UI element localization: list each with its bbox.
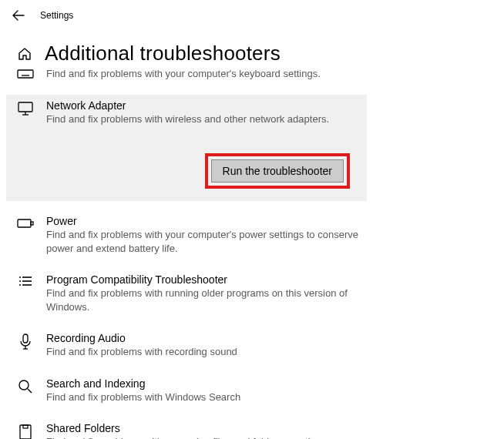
troubleshooter-network-adapter[interactable]: Network Adapter Find and fix problems wi… — [6, 95, 367, 202]
troubleshooter-power[interactable]: Power Find and fix problems with your co… — [6, 210, 498, 261]
run-troubleshooter-button[interactable]: Run the troubleshooter — [211, 159, 344, 183]
troubleshooter-compatibility[interactable]: Program Compatibility Troubleshooter Fin… — [6, 269, 498, 320]
troubleshooter-shared-folders[interactable]: Shared Folders Find and fix problems wit… — [6, 417, 498, 439]
troubleshooter-keyboard[interactable]: Find and fix problems with your computer… — [6, 67, 498, 87]
item-title: Program Compatibility Troubleshooter — [46, 273, 489, 286]
search-icon — [17, 377, 34, 404]
svg-rect-13 — [23, 334, 28, 343]
item-description: Find and fix problems with recording sou… — [46, 345, 370, 359]
item-description: Find and fix problems with wireless and … — [46, 112, 358, 126]
back-button[interactable] — [11, 8, 26, 23]
troubleshooter-search-indexing[interactable]: Search and Indexing Find and fix problem… — [6, 373, 498, 411]
item-description: Find and fix problems with Windows Searc… — [46, 390, 370, 404]
microphone-icon — [17, 332, 34, 359]
run-row: Run the troubleshooter — [17, 138, 358, 189]
home-icon[interactable] — [17, 46, 32, 62]
svg-point-16 — [19, 380, 29, 390]
list-icon — [17, 273, 34, 313]
item-title: Power — [46, 215, 489, 227]
page-content: Additional troubleshooters Find and fix … — [0, 28, 504, 439]
arrow-left-icon — [12, 9, 25, 22]
svg-rect-0 — [18, 70, 33, 78]
svg-rect-5 — [18, 220, 31, 227]
svg-rect-2 — [18, 102, 32, 112]
item-description: Find and fix problems with your computer… — [46, 67, 370, 81]
item-title: Recording Audio — [46, 332, 489, 344]
svg-rect-18 — [20, 425, 31, 439]
title-row: Additional troubleshooters — [6, 28, 498, 69]
window-header: Settings — [0, 0, 504, 28]
svg-rect-6 — [31, 222, 33, 225]
troubleshooter-list: Find and fix problems with your computer… — [6, 67, 498, 439]
item-description: Find and fix problems with accessing fil… — [46, 435, 370, 439]
keyboard-icon — [17, 67, 34, 81]
folder-icon — [17, 422, 34, 439]
svg-rect-19 — [23, 425, 28, 428]
page-title: Additional troubleshooters — [45, 42, 281, 65]
window-title: Settings — [40, 10, 73, 21]
svg-line-17 — [28, 389, 32, 393]
item-title: Search and Indexing — [46, 377, 489, 390]
troubleshooter-recording-audio[interactable]: Recording Audio Find and fix problems wi… — [6, 327, 498, 365]
run-highlight: Run the troubleshooter — [205, 153, 350, 189]
power-icon — [17, 215, 34, 255]
item-description: Find and fix problems with running older… — [46, 287, 370, 313]
item-title: Network Adapter — [46, 99, 358, 112]
item-title: Shared Folders — [46, 422, 489, 434]
monitor-icon — [17, 99, 34, 126]
item-description: Find and fix problems with your computer… — [46, 228, 370, 255]
